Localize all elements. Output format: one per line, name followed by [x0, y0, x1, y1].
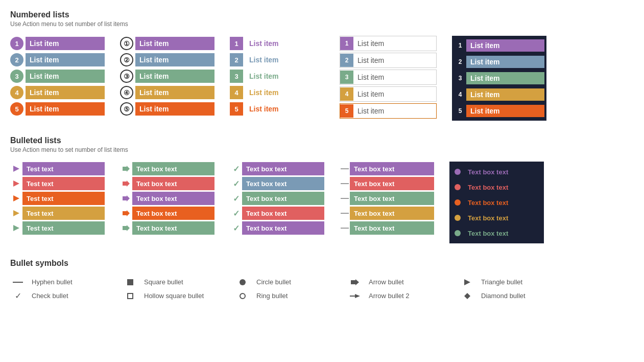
ring-bullet-icon — [235, 293, 250, 299]
num-badge-4: ④ — [120, 86, 133, 99]
arrow-label: Arrow bullet — [369, 278, 404, 286]
num-dark-1: 1 — [454, 39, 466, 52]
symbol-ring: Ring bullet — [235, 291, 337, 301]
triangle-label: Triangle bullet — [481, 278, 522, 286]
bullet-label: Text box text — [464, 227, 541, 240]
bulleted-lists-row: Test text Test text Test text Test text — [10, 162, 634, 243]
square-bullet-icon — [123, 279, 138, 285]
list-label: List item — [245, 37, 324, 50]
list-item: 4 List item — [340, 86, 437, 102]
svg-marker-1 — [13, 180, 19, 187]
svg-point-16 — [240, 293, 245, 299]
symbols-grid: Hyphen bullet Square bullet Circle bulle… — [10, 278, 634, 301]
list-item: 2 List item — [454, 54, 544, 70]
ring-label: Ring bullet — [256, 292, 288, 300]
num-badge-2: ② — [120, 53, 133, 66]
symbol-check: ✓ Check bullet — [10, 291, 112, 301]
list-label: List item — [26, 102, 105, 116]
bullet-label: Text box text — [132, 177, 214, 190]
dot-icon — [455, 184, 461, 190]
triangle-icon — [10, 210, 22, 216]
bullet-label: Text box text — [242, 192, 324, 205]
list-label: List item — [245, 70, 324, 83]
list-item: 2 List item — [10, 52, 105, 67]
svg-marker-5 — [123, 166, 130, 172]
list-label: List item — [135, 53, 214, 66]
hollow-square-bullet-icon — [123, 293, 138, 299]
bullet-item: Test text — [10, 162, 105, 176]
svg-marker-0 — [13, 166, 19, 172]
bullet-label: Test text — [22, 162, 105, 175]
num-cell-3: 3 — [340, 71, 353, 84]
bullet-item: ✓ Text box text — [230, 221, 324, 235]
list-item: 4 List item — [230, 85, 324, 100]
bullet-item: — Text box text — [340, 162, 434, 176]
arrow-icon — [120, 166, 132, 172]
arrow-icon — [120, 195, 132, 201]
list-label: List item — [353, 104, 436, 118]
triangle-icon — [10, 225, 22, 231]
num-cell-5: 5 — [340, 104, 353, 118]
num-badge-4: 4 — [10, 86, 23, 99]
numbered-list-group-a: 1 List item 2 List item 3 List item 4 Li… — [10, 36, 105, 117]
num-plain-2: 2 — [230, 53, 243, 66]
symbols-title: Bullet symbols — [10, 259, 634, 268]
bullet-label: Text box text — [464, 196, 541, 209]
symbol-arrow2: Arrow bullet 2 — [347, 291, 449, 301]
symbol-circle: Circle bullet — [235, 278, 337, 286]
numbered-lists-row: 1 List item 2 List item 3 List item 4 Li… — [10, 36, 634, 121]
svg-marker-8 — [123, 210, 130, 216]
hyphen-icon: — — [340, 194, 350, 203]
check-icon: ✓ — [230, 223, 242, 233]
list-item: 3 List item — [340, 70, 437, 85]
bullet-label: Text box text — [350, 221, 434, 235]
list-item: 5 List item — [10, 101, 105, 117]
square-label: Square bullet — [144, 278, 183, 286]
bullet-item: Text box text — [452, 180, 541, 194]
hyphen-bullet-icon — [10, 281, 26, 283]
bullet-group-check: ✓ Text box text ✓ Text box text ✓ Text b… — [230, 162, 324, 235]
list-item: 1 List item — [10, 36, 105, 51]
list-label: List item — [466, 105, 544, 117]
hyphen-icon: — — [340, 209, 350, 218]
num-cell-4: 4 — [340, 87, 353, 101]
bullet-label: Text box text — [132, 207, 214, 220]
list-label: List item — [26, 37, 105, 50]
arrow2-bullet-icon — [347, 293, 363, 299]
list-item: 1 List item — [230, 36, 324, 51]
list-label: List item — [353, 71, 436, 84]
bullet-label: Text box text — [350, 207, 434, 220]
bullet-item: Test text — [10, 206, 105, 220]
bulleted-lists-section: Bulleted lists Use Action menu to set nu… — [10, 136, 634, 243]
bullet-group-triangle: Test text Test text Test text Test text — [10, 162, 105, 235]
svg-marker-14 — [464, 279, 470, 285]
list-label: List item — [245, 86, 324, 99]
hyphen-icon: — — [340, 164, 350, 173]
bullet-item: Text box text — [452, 195, 541, 210]
bullet-label: Text box text — [242, 221, 324, 235]
list-label: List item — [353, 54, 436, 67]
bullet-item: Test text — [10, 221, 105, 235]
list-item: 4 List item — [10, 85, 105, 100]
bullet-item: Text box text — [120, 206, 214, 220]
dot-icon — [455, 199, 461, 206]
bullet-label: Text box text — [350, 162, 434, 175]
bullet-item: Text box text — [120, 221, 214, 235]
num-cell-2: 2 — [340, 54, 353, 67]
hyphen-label: Hyphen bullet — [32, 278, 73, 286]
list-item: 1 List item — [454, 38, 544, 53]
check-label: Check bullet — [32, 292, 68, 300]
dot-icon — [455, 215, 461, 221]
bullet-label: Text box text — [464, 211, 541, 224]
numbered-list-group-c: 1 List item 2 List item 3 List item 4 Li… — [230, 36, 324, 117]
num-plain-3: 3 — [230, 70, 243, 83]
bullet-group-arrow: Text box text Text box text Text box tex… — [120, 162, 214, 235]
diamond-label: Diamond bullet — [481, 292, 526, 300]
bullet-item: ✓ Text box text — [230, 162, 324, 176]
bullet-item: ✓ Text box text — [230, 191, 324, 206]
bullet-item: Text box text — [452, 226, 541, 240]
check-icon: ✓ — [230, 209, 242, 218]
list-label: List item — [353, 37, 436, 50]
triangle-bullet-icon — [460, 279, 475, 285]
num-dark-5: 5 — [454, 105, 466, 117]
